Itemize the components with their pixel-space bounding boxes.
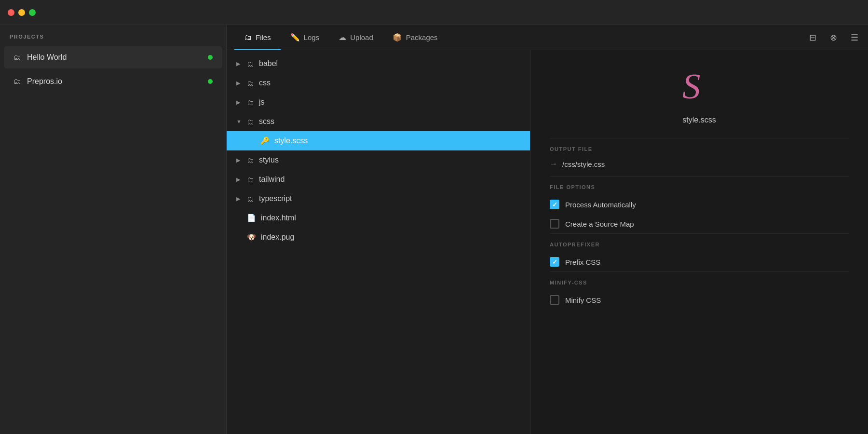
- tree-item-stylus[interactable]: ▶ 🗂 stylus: [227, 150, 530, 170]
- tree-item-label: js: [259, 98, 265, 107]
- folder-icon: 🗂: [247, 118, 254, 126]
- tree-item-scss[interactable]: ▼ 🗂 scss: [227, 112, 530, 131]
- tab-files-label: Files: [256, 33, 271, 41]
- tab-packages-label: Packages: [406, 33, 438, 41]
- tree-item-label: index.pug: [261, 233, 294, 242]
- option-prefix-css[interactable]: Prefix CSS: [550, 252, 849, 271]
- packages-icon: 📦: [393, 33, 402, 42]
- sidebar-item-prepros[interactable]: 🗂 Prepros.io: [4, 70, 222, 93]
- arrow-icon: ▶: [236, 61, 245, 67]
- tree-item-index-html[interactable]: 📄 index.html: [227, 208, 530, 228]
- project-name: Hello World: [27, 53, 208, 62]
- logs-icon: ✏️: [290, 33, 300, 42]
- tree-item-label: babel: [259, 59, 278, 68]
- project-status-indicator: [208, 79, 213, 84]
- detail-panel: S style.scss OUTPUT FILE → /css/style.cs…: [530, 50, 868, 434]
- tree-item-babel[interactable]: ▶ 🗂 babel: [227, 54, 530, 73]
- folder-icon: 🗂: [247, 156, 254, 164]
- option-label: Create a Source Map: [565, 220, 634, 228]
- folder-icon: 🗂: [247, 60, 254, 68]
- detail-filename: style.scss: [550, 116, 849, 124]
- tabbar: 🗂 Files ✏️ Logs ☁ Upload 📦 Packages ⊟ ⊗ …: [227, 25, 868, 50]
- option-label: Process Automatically: [565, 201, 636, 209]
- upload-icon: ☁: [339, 33, 346, 42]
- folder-icon: 🗂: [14, 77, 21, 86]
- tab-logs-label: Logs: [304, 33, 320, 41]
- tree-item-js[interactable]: ▶ 🗂 js: [227, 93, 530, 112]
- tree-item-label: style.scss: [274, 136, 308, 145]
- tree-item-tailwind[interactable]: ▶ 🗂 tailwind: [227, 170, 530, 189]
- arrow-down-icon: ▼: [236, 119, 245, 124]
- traffic-lights: [8, 9, 36, 16]
- tree-item-css[interactable]: ▶ 🗂 css: [227, 73, 530, 93]
- content-area: ▶ 🗂 babel ▶ 🗂 css ▶ 🗂 js ▼ 🗂: [227, 50, 868, 434]
- svg-text:S: S: [682, 66, 701, 106]
- sidebar: PROJECTS 🗂 Hello World 🗂 Prepros.io: [0, 25, 227, 434]
- option-source-map[interactable]: Create a Source Map: [550, 214, 849, 233]
- folder-icon: 🗂: [247, 79, 254, 87]
- arrow-icon: ▶: [236, 196, 245, 202]
- tree-item-label: typescript: [259, 194, 292, 203]
- minify-section-label: MINIFY-CSS: [550, 271, 849, 290]
- file-tree: ▶ 🗂 babel ▶ 🗂 css ▶ 🗂 js ▼ 🗂: [227, 50, 530, 434]
- sidebar-item-hello-world[interactable]: 🗂 Hello World: [4, 46, 222, 68]
- tabbar-actions: ⊟ ⊗ ☰: [807, 25, 860, 50]
- folder-icon: 🗂: [14, 53, 21, 62]
- arrow-icon: ▶: [236, 176, 245, 183]
- right-panel: 🗂 Files ✏️ Logs ☁ Upload 📦 Packages ⊟ ⊗ …: [227, 25, 868, 434]
- option-minify-css[interactable]: Minify CSS: [550, 290, 849, 310]
- tree-item-typescript[interactable]: ▶ 🗂 typescript: [227, 189, 530, 208]
- tab-packages[interactable]: 📦 Packages: [383, 26, 448, 50]
- arrow-right-icon: →: [550, 160, 557, 168]
- close-button[interactable]: [8, 9, 14, 16]
- scss-file-icon: 🔑: [260, 136, 270, 145]
- sass-logo-icon: S: [680, 65, 719, 108]
- arrow-icon: ▶: [236, 157, 245, 163]
- autoprefixer-section-label: AUTOPREFIXER: [550, 233, 849, 252]
- folder-icon: 🗂: [247, 98, 254, 107]
- files-icon: 🗂: [244, 33, 252, 42]
- titlebar: [0, 0, 868, 25]
- project-name: Prepros.io: [27, 77, 208, 86]
- tree-item-index-pug[interactable]: 🐶 index.pug: [227, 228, 530, 247]
- save-icon[interactable]: ⊟: [807, 30, 818, 45]
- network-icon[interactable]: ⊗: [828, 30, 839, 45]
- checkbox-process-auto[interactable]: [550, 200, 559, 209]
- tree-item-style-scss[interactable]: 🔑 style.scss: [227, 131, 530, 150]
- tree-item-label: tailwind: [259, 175, 285, 184]
- tree-item-label: css: [259, 79, 271, 87]
- tab-upload-label: Upload: [350, 33, 373, 41]
- project-status-indicator: [208, 55, 213, 60]
- output-file-path: /css/style.css: [562, 160, 605, 168]
- arrow-icon: ▶: [236, 80, 245, 86]
- menu-icon[interactable]: ☰: [849, 30, 860, 45]
- tab-upload[interactable]: ☁ Upload: [329, 26, 383, 50]
- folder-icon: 🗂: [247, 176, 254, 184]
- arrow-icon: ▶: [236, 99, 245, 106]
- checkbox-minify-css[interactable]: [550, 295, 559, 305]
- option-label: Prefix CSS: [565, 258, 600, 266]
- folder-icon: 🗂: [247, 195, 254, 203]
- option-label: Minify CSS: [565, 296, 601, 304]
- checkbox-source-map[interactable]: [550, 219, 559, 229]
- option-process-auto[interactable]: Process Automatically: [550, 195, 849, 214]
- tab-logs[interactable]: ✏️ Logs: [281, 26, 329, 50]
- tree-item-label: scss: [259, 117, 274, 126]
- tree-item-label: stylus: [259, 156, 279, 164]
- sidebar-header: PROJECTS: [0, 25, 226, 45]
- maximize-button[interactable]: [29, 9, 36, 16]
- pug-file-icon: 🐶: [247, 233, 256, 242]
- checkbox-prefix-css[interactable]: [550, 257, 559, 267]
- file-icon-display: S: [550, 65, 849, 108]
- file-options-section-label: FILE OPTIONS: [550, 176, 849, 195]
- output-file-row: → /css/style.css: [550, 157, 849, 176]
- html-file-icon: 📄: [247, 214, 256, 222]
- minimize-button[interactable]: [18, 9, 25, 16]
- main-layout: PROJECTS 🗂 Hello World 🗂 Prepros.io 🗂 Fi…: [0, 25, 868, 434]
- output-file-section-label: OUTPUT FILE: [550, 138, 849, 157]
- tree-item-label: index.html: [261, 214, 296, 222]
- tab-files[interactable]: 🗂 Files: [234, 26, 281, 50]
